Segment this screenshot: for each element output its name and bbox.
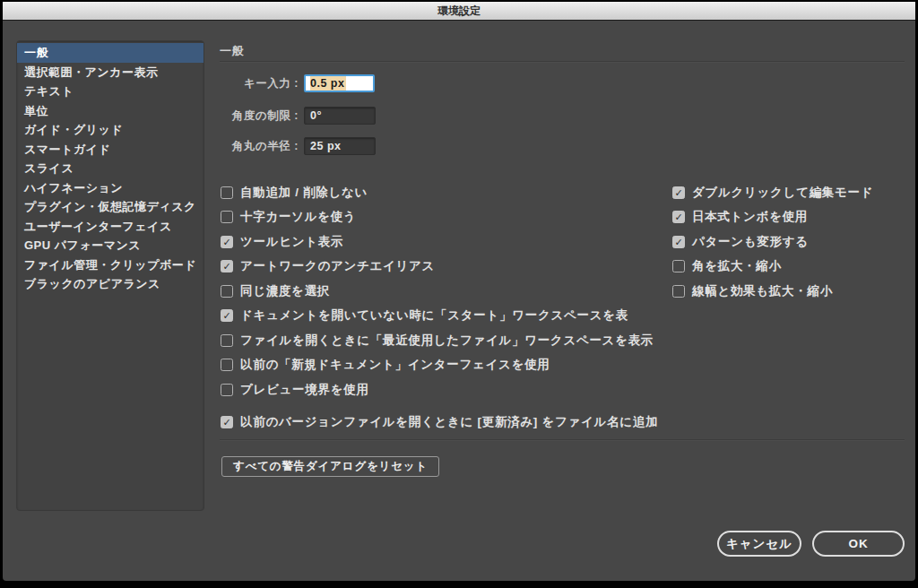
- checkbox-label: 十字カーソルを使う: [240, 209, 356, 225]
- checkbox-row[interactable]: 線幅と効果も拡大・縮小: [672, 279, 873, 304]
- text-field[interactable]: 0.5 px: [304, 74, 375, 92]
- text-field[interactable]: 25 px: [304, 137, 376, 155]
- checkbox-icon[interactable]: ✓: [221, 309, 233, 322]
- checkbox-row[interactable]: 同じ濃度を選択: [221, 279, 658, 304]
- checkbox-label: アートワークのアンチエイリアス: [240, 258, 435, 274]
- preferences-dialog: 環境設定 一般選択範囲・アンカー表示テキスト単位ガイド・グリッドスマートガイドス…: [3, 2, 915, 581]
- field-label: キー入力 :: [216, 76, 299, 91]
- checkbox-row[interactable]: ✓ アートワークのアンチエイリアス: [221, 255, 658, 280]
- checkbox-icon[interactable]: [672, 260, 685, 272]
- checkbox-icon[interactable]: [221, 359, 233, 371]
- checkbox-label: 日本式トンボを使用: [692, 209, 808, 225]
- checkbox-row[interactable]: ✓ パターンも変形する: [672, 229, 873, 255]
- checkbox-label: 以前の「新規ドキュメント」インターフェイスを使用: [240, 357, 550, 373]
- screen-background: 環境設定 一般選択範囲・アンカー表示テキスト単位ガイド・グリッドスマートガイドス…: [0, 0, 918, 588]
- dialog-titlebar[interactable]: 環境設定: [3, 2, 915, 21]
- field-value: 0.5 px: [310, 76, 346, 91]
- field-row: キー入力 : 0.5 px: [216, 74, 375, 93]
- cancel-button[interactable]: キャンセル: [717, 531, 801, 557]
- checkbox-label: 角を拡大・縮小: [692, 258, 782, 274]
- checkbox-row[interactable]: ✓ 以前のバージョンファイルを開くときに [更新済み] をファイル名に追加: [221, 411, 658, 436]
- checkbox-row[interactable]: ✓ ダブルクリックして編集モード: [672, 180, 873, 205]
- checkbox-row[interactable]: 角を拡大・縮小: [672, 255, 873, 280]
- field-value: 0°: [310, 109, 322, 122]
- checkbox-icon[interactable]: [221, 186, 233, 199]
- sidebar-item[interactable]: スマートガイド: [17, 140, 204, 160]
- checkbox-icon[interactable]: [672, 285, 685, 298]
- checkbox-row[interactable]: ファイルを開くときに「最近使用したファイル」ワークスペースを表示: [221, 328, 658, 353]
- sidebar-item[interactable]: 一般: [17, 43, 204, 63]
- checkbox-row[interactable]: ✓ 日本式トンボを使用: [672, 205, 873, 230]
- sidebar-item[interactable]: ハイフネーション: [17, 178, 204, 198]
- checkbox-label: パターンも変形する: [692, 234, 809, 250]
- checkbox-label: 同じ濃度を選択: [240, 283, 330, 299]
- sidebar-item[interactable]: ガイド・グリッド: [17, 120, 204, 140]
- field-value: 25 px: [310, 140, 341, 152]
- dialog-content: 一般選択範囲・アンカー表示テキスト単位ガイド・グリッドスマートガイドスライスハイ…: [3, 21, 915, 581]
- section-divider: [220, 61, 905, 63]
- checkbox-icon[interactable]: ✓: [221, 260, 233, 272]
- sidebar-item[interactable]: スライス: [17, 159, 204, 178]
- field-label: 角度の制限 :: [216, 108, 299, 124]
- checkbox-icon[interactable]: ✓: [672, 186, 685, 199]
- checkbox-row[interactable]: ✓ ドキュメントを開いていない時に「スタート」ワークスペースを表: [221, 304, 658, 329]
- sidebar-item[interactable]: ユーザーインターフェイス: [17, 217, 204, 237]
- sidebar-item[interactable]: GPU パフォーマンス: [17, 236, 204, 255]
- checkbox-label: 自動追加 / 削除しない: [240, 185, 368, 201]
- checkbox-icon[interactable]: ✓: [221, 236, 233, 248]
- checkbox-icon[interactable]: [221, 334, 233, 347]
- sidebar-item[interactable]: 選択範囲・アンカー表示: [17, 63, 204, 82]
- checkbox-label: ツールヒント表示: [240, 234, 343, 250]
- field-label: 角丸の半径 :: [216, 139, 299, 154]
- sidebar-item[interactable]: テキスト: [17, 82, 204, 101]
- checkbox-icon[interactable]: ✓: [221, 416, 233, 428]
- checkbox-icon[interactable]: [221, 211, 233, 223]
- checkbox-icon[interactable]: [221, 384, 233, 396]
- checkbox-label: プレビュー境界を使用: [240, 382, 369, 398]
- section-divider: [220, 439, 905, 441]
- field-row: 角丸の半径 : 25 px: [216, 136, 376, 156]
- dialog-title: 環境設定: [437, 4, 481, 17]
- checkbox-label: 線幅と効果も拡大・縮小: [692, 283, 833, 299]
- checkbox-row[interactable]: プレビュー境界を使用: [221, 377, 658, 402]
- ok-button[interactable]: OK: [812, 531, 905, 557]
- checkbox-row[interactable]: 十字カーソルを使う: [221, 205, 658, 230]
- checkbox-label: ダブルクリックして編集モード: [692, 185, 873, 201]
- checkbox-label: ドキュメントを開いていない時に「スタート」ワークスペースを表: [240, 307, 628, 324]
- checkbox-label: ファイルを開くときに「最近使用したファイル」ワークスペースを表示: [240, 333, 654, 349]
- checkbox-icon[interactable]: ✓: [672, 211, 685, 223]
- section-title: 一般: [220, 43, 244, 59]
- checkbox-label: 以前のバージョンファイルを開くときに [更新済み] をファイル名に追加: [240, 414, 658, 430]
- checkbox-row[interactable]: ✓ ツールヒント表示: [221, 229, 658, 255]
- sidebar-item[interactable]: ファイル管理・クリップボード: [17, 255, 204, 275]
- sidebar-item[interactable]: ブラックのアピアランス: [17, 274, 204, 294]
- checkbox-row[interactable]: 以前の「新規ドキュメント」インターフェイスを使用: [221, 353, 658, 378]
- text-field[interactable]: 0°: [304, 107, 376, 125]
- sidebar-item[interactable]: プラグイン・仮想記憶ディスク: [17, 197, 204, 217]
- preferences-category-list: 一般選択範囲・アンカー表示テキスト単位ガイド・グリッドスマートガイドスライスハイ…: [16, 40, 204, 511]
- checkbox-row[interactable]: 自動追加 / 削除しない: [221, 180, 658, 205]
- reset-warning-dialogs-button[interactable]: すべての警告ダイアログをリセット: [221, 456, 439, 477]
- checkbox-icon[interactable]: [221, 285, 233, 298]
- sidebar-item[interactable]: 単位: [17, 101, 204, 121]
- checkbox-icon[interactable]: ✓: [672, 236, 685, 248]
- field-row: 角度の制限 : 0°: [216, 106, 376, 125]
